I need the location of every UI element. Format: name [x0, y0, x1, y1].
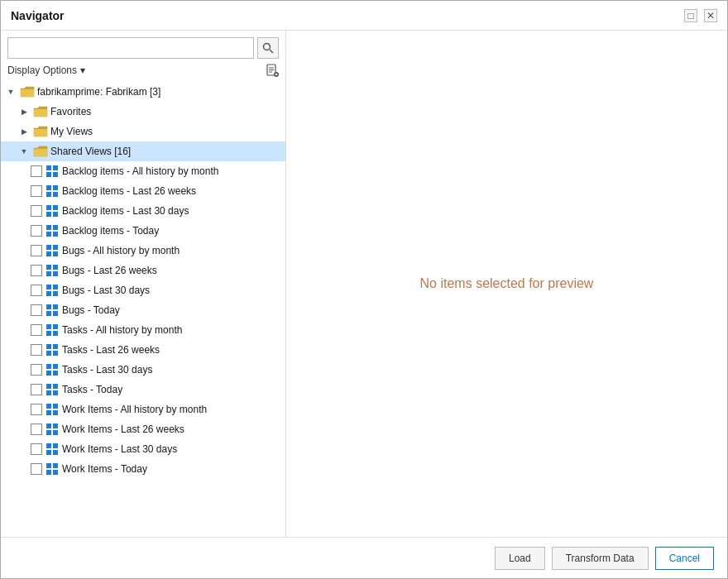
tree-item[interactable]: Tasks - Last 30 days — [1, 360, 285, 380]
window-controls: □ ✕ — [684, 9, 717, 22]
tree-item[interactable]: Backlog items - Last 30 days — [1, 201, 285, 221]
grid-icon — [46, 363, 59, 376]
navigator-window: Navigator □ ✕ Display Options — [0, 0, 728, 579]
shared-views-label: Shared Views [16] — [50, 146, 131, 157]
window-title: Navigator — [11, 9, 65, 22]
tree-item[interactable]: Bugs - Today — [1, 300, 285, 320]
item-checkbox[interactable] — [31, 205, 42, 217]
svg-rect-53 — [46, 364, 51, 369]
item-checkbox[interactable] — [31, 225, 42, 237]
svg-rect-57 — [46, 384, 51, 389]
svg-rect-52 — [53, 351, 58, 356]
svg-rect-24 — [53, 212, 58, 217]
tree-favorites[interactable]: ▶ Favorites — [1, 102, 285, 122]
tree-root-item[interactable]: ▼ fabrikamprime: Fabrikam [3] — [1, 82, 285, 102]
tree-item[interactable]: Bugs - Last 26 weeks — [1, 261, 285, 280]
svg-rect-32 — [53, 251, 58, 256]
item-checkbox[interactable] — [31, 185, 42, 197]
item-checkbox[interactable] — [31, 245, 42, 256]
close-button[interactable]: ✕ — [704, 9, 717, 22]
my-views-folder-icon — [33, 125, 48, 138]
tree-item[interactable]: Backlog items - All history by month — [1, 161, 285, 181]
grid-icon — [46, 443, 59, 456]
tree-item[interactable]: Work Items - Last 30 days — [1, 439, 285, 459]
item-label: Work Items - Today — [62, 463, 147, 475]
new-view-button[interactable] — [266, 64, 279, 77]
minimize-button[interactable]: □ — [684, 9, 697, 22]
tree-item[interactable]: Tasks - Today — [1, 380, 285, 400]
svg-rect-43 — [46, 311, 51, 316]
search-button[interactable] — [257, 37, 279, 59]
tree-item[interactable]: Work Items - All history by month — [1, 400, 285, 419]
item-checkbox[interactable] — [31, 443, 42, 455]
expand-myviews-icon[interactable]: ▶ — [17, 125, 31, 138]
expand-favorites-icon[interactable]: ▶ — [17, 105, 31, 118]
svg-rect-20 — [53, 192, 58, 197]
svg-rect-26 — [53, 225, 58, 230]
preview-area: No items selected for preview — [286, 31, 727, 537]
tree-shared-views[interactable]: ▼ Shared Views [16] — [1, 141, 285, 161]
svg-rect-28 — [53, 232, 58, 237]
item-checkbox[interactable] — [31, 324, 42, 336]
item-checkbox[interactable] — [31, 384, 42, 395]
item-checkbox[interactable] — [31, 265, 42, 276]
expand-sharedviews-icon[interactable]: ▼ — [17, 145, 31, 158]
item-checkbox[interactable] — [31, 364, 42, 376]
item-label: Backlog items - All history by month — [62, 165, 218, 177]
svg-rect-62 — [53, 404, 58, 409]
tree-item[interactable]: Tasks - Last 26 weeks — [1, 340, 285, 360]
expand-icon[interactable]: ▼ — [4, 85, 17, 98]
item-checkbox[interactable] — [31, 463, 42, 475]
svg-rect-37 — [46, 285, 51, 290]
svg-rect-33 — [46, 265, 51, 270]
svg-rect-73 — [46, 463, 51, 468]
grid-icon — [46, 224, 59, 237]
item-checkbox[interactable] — [31, 285, 42, 296]
tree-item[interactable]: Tasks - All history by month — [1, 320, 285, 340]
display-options-button[interactable]: Display Options ▾ — [7, 65, 85, 76]
grid-icon — [46, 423, 59, 436]
grid-icon — [46, 264, 59, 277]
svg-rect-27 — [46, 232, 51, 237]
item-label: Bugs - All history by month — [62, 245, 180, 256]
item-checkbox[interactable] — [31, 165, 42, 177]
transform-data-button[interactable]: Transform Data — [552, 547, 649, 570]
svg-rect-21 — [46, 205, 51, 210]
tree-item[interactable]: Work Items - Last 26 weeks — [1, 419, 285, 439]
svg-rect-54 — [53, 364, 58, 369]
item-checkbox[interactable] — [31, 344, 42, 356]
svg-rect-51 — [46, 351, 51, 356]
tree-item[interactable]: Bugs - Last 30 days — [1, 280, 285, 300]
svg-rect-70 — [53, 443, 58, 448]
tree-my-views[interactable]: ▶ My Views — [1, 122, 285, 141]
svg-rect-22 — [53, 205, 58, 210]
tree-item[interactable]: Backlog items - Last 26 weeks — [1, 181, 285, 201]
item-checkbox[interactable] — [31, 304, 42, 316]
grid-icon — [46, 184, 59, 198]
cancel-button[interactable]: Cancel — [655, 547, 714, 570]
svg-rect-14 — [53, 165, 58, 170]
load-button[interactable]: Load — [495, 547, 545, 570]
svg-rect-75 — [46, 470, 51, 475]
grid-icon — [46, 244, 59, 257]
item-label: Bugs - Last 26 weeks — [62, 265, 157, 276]
tree-item[interactable]: Work Items - Today — [1, 459, 285, 479]
svg-rect-19 — [46, 192, 51, 197]
svg-rect-16 — [53, 172, 58, 177]
svg-rect-72 — [53, 450, 58, 455]
svg-rect-59 — [46, 390, 51, 395]
svg-rect-68 — [53, 430, 58, 435]
tree-item[interactable]: Bugs - All history by month — [1, 241, 285, 261]
item-checkbox[interactable] — [31, 404, 42, 415]
preview-empty-message: No items selected for preview — [420, 276, 594, 291]
item-label: Bugs - Last 30 days — [62, 285, 150, 296]
item-checkbox[interactable] — [31, 423, 42, 435]
svg-rect-49 — [46, 344, 51, 349]
tree-container[interactable]: ▼ fabrikamprime: Fabrikam [3] ▶ Favorite… — [1, 82, 285, 537]
tree-item[interactable]: Backlog items - Today — [1, 221, 285, 241]
search-icon — [262, 42, 274, 54]
svg-rect-69 — [46, 443, 51, 448]
search-input[interactable] — [7, 37, 254, 59]
svg-rect-36 — [53, 271, 58, 276]
search-bar — [1, 31, 285, 62]
